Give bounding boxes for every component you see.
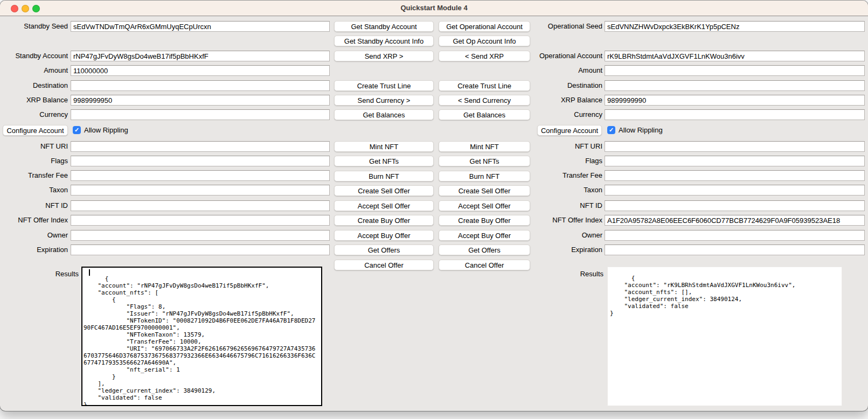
operational-owner-input[interactable] [605,230,865,241]
standby-nft-uri-label: NFT URI [0,141,68,152]
operational-transfer-fee-label: Transfer Fee [506,170,602,181]
allow-rippling-standby-checkbox[interactable] [73,126,81,134]
standby-destination-input[interactable] [71,80,330,91]
standby-results-label: Results [11,269,79,280]
operational-flags-input[interactable] [605,156,865,166]
send-xrp-to-operational-button[interactable]: Send XRP > [334,51,434,61]
create-trust-line-standby-button[interactable]: Create Trust Line [334,80,434,91]
app-window: Quickstart Module 4 Standby Seed Standby… [0,1,868,411]
allow-rippling-operational-checkbox[interactable] [607,126,615,134]
operational-nft-id-input[interactable] [605,200,865,211]
get-op-account-info-button[interactable]: Get Op Account Info [439,36,530,46]
allow-rippling-operational-label: Allow Rippling [619,125,663,136]
operational-currency-label: Currency [506,109,602,120]
create-sell-offer-standby-button[interactable]: Create Sell Offer [334,185,434,196]
standby-taxon-label: Taxon [0,185,68,195]
get-nfts-standby-button[interactable]: Get NFTs [334,156,434,166]
standby-owner-label: Owner [0,230,68,241]
standby-amount-label: Amount [0,65,68,76]
standby-flags-input[interactable] [71,156,330,166]
operational-xrp-balance-label: XRP Balance [506,95,602,106]
standby-xrp-balance-label: XRP Balance [0,95,68,106]
standby-results-text: { "account": "rNP47gJFvDyW8gsDo4weB17if5… [84,275,315,406]
operational-xrp-balance-input[interactable] [605,95,865,106]
standby-seed-input[interactable] [71,21,330,32]
operational-results-textarea[interactable]: { "account": "rK9LBRhStdmtAaVdJXGVF1LnKW… [607,267,842,406]
standby-currency-input[interactable] [71,109,330,120]
operational-nft-uri-label: NFT URI [506,141,602,152]
mint-nft-standby-button[interactable]: Mint NFT [334,141,434,152]
get-standby-account-button[interactable]: Get Standby Account [334,21,434,32]
standby-account-label: Standby Account [0,51,68,61]
screen: Quickstart Module 4 Standby Seed Standby… [0,0,868,419]
accept-buy-offer-standby-button[interactable]: Accept Buy Offer [334,230,434,241]
standby-seed-label: Standby Seed [0,21,68,32]
operational-destination-label: Destination [506,80,602,91]
standby-destination-label: Destination [0,80,68,91]
standby-transfer-fee-input[interactable] [71,170,330,181]
burn-nft-standby-button[interactable]: Burn NFT [334,171,434,181]
operational-taxon-input[interactable] [605,185,865,195]
standby-expiration-input[interactable] [71,245,330,255]
create-buy-offer-standby-button[interactable]: Create Buy Offer [334,215,434,226]
standby-transfer-fee-label: Transfer Fee [0,170,68,181]
operational-transfer-fee-input[interactable] [605,170,865,181]
operational-seed-label: Operational Seed [506,21,602,32]
operational-account-label: Operational Account [506,51,602,61]
operational-nft-id-label: NFT ID [506,200,602,211]
operational-nft-uri-input[interactable] [605,141,865,152]
operational-nft-offer-index-input[interactable] [605,215,865,226]
standby-account-input[interactable] [71,51,330,61]
get-standby-account-info-button[interactable]: Get Standby Account Info [334,36,434,46]
get-offers-standby-button[interactable]: Get Offers [334,245,434,255]
standby-nft-uri-input[interactable] [71,141,330,152]
standby-xrp-balance-input[interactable] [71,95,330,106]
accept-sell-offer-standby-button[interactable]: Accept Sell Offer [334,200,434,211]
standby-nft-offer-index-input[interactable] [71,215,330,226]
operational-account-input[interactable] [605,51,865,61]
standby-owner-input[interactable] [71,230,330,241]
operational-amount-input[interactable] [605,65,865,76]
standby-nft-offer-index-label: NFT Offer Index [0,215,68,226]
standby-nft-id-label: NFT ID [0,200,68,211]
operational-results-text: { "account": "rK9LBRhStdmtAaVdJXGVF1LnKW… [610,275,795,317]
standby-expiration-label: Expiration [0,245,68,255]
standby-currency-label: Currency [0,109,68,120]
operational-expiration-label: Expiration [506,245,602,255]
operational-seed-input[interactable] [605,21,865,32]
standby-taxon-input[interactable] [71,185,330,195]
configure-account-operational-button[interactable]: Configure Account [537,125,602,136]
text-cursor [89,269,90,276]
operational-destination-input[interactable] [605,80,865,91]
titlebar: Quickstart Module 4 [0,1,868,16]
operational-currency-input[interactable] [605,109,865,120]
operational-amount-label: Amount [506,65,602,76]
window-title: Quickstart Module 4 [0,1,868,16]
standby-nft-id-input[interactable] [71,200,330,211]
standby-results-textarea[interactable]: { "account": "rNP47gJFvDyW8gsDo4weB17if5… [81,267,322,406]
standby-amount-input[interactable] [71,65,330,76]
cancel-offer-standby-button[interactable]: Cancel Offer [334,260,434,270]
send-currency-to-op-button[interactable]: Send Currency > [334,95,434,106]
operational-expiration-input[interactable] [605,245,865,255]
standby-flags-label: Flags [0,156,68,166]
allow-rippling-standby-label: Allow Rippling [84,125,128,136]
operational-results-label: Results [506,269,603,280]
configure-account-standby-button[interactable]: Configure Account [3,125,68,136]
operational-flags-label: Flags [506,156,602,166]
operational-taxon-label: Taxon [506,185,602,195]
operational-owner-label: Owner [506,230,602,241]
get-balances-standby-button[interactable]: Get Balances [334,109,434,120]
operational-nft-offer-index-label: NFT Offer Index [506,215,602,226]
